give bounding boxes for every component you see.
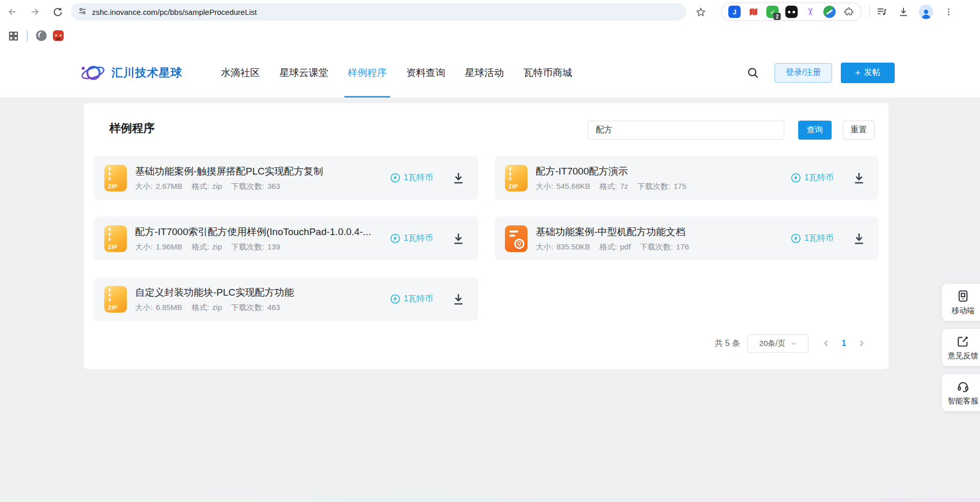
chevron-down-icon (790, 340, 797, 346)
sample-card[interactable]: ZIP Q 基础功能案例-触摸屏搭配PLC实现配方复制 大小:2.67MB格式:… (94, 156, 478, 200)
reset-button[interactable]: 重置 (843, 121, 875, 140)
sample-card[interactable]: ZIP Q 基础功能案例-中型机配方功能文档 大小:835.50KB格式:pdf… (495, 217, 879, 260)
profile-avatar[interactable] (919, 5, 933, 19)
extension-dark-icon[interactable] (785, 6, 798, 18)
nav-item-sample-programs[interactable]: 样例程序 (338, 48, 397, 98)
toolbar-divider (869, 6, 870, 18)
site-header: 汇川技术星球 水滴社区 星球云课堂 样例程序 资料查询 星球活动 瓦特币商城 登… (0, 48, 980, 98)
cards-grid: ZIP Q 基础功能案例-触摸屏搭配PLC实现配方复制 大小:2.67MB格式:… (94, 156, 879, 321)
url-bar[interactable]: zshc.inovance.com/pc/bbs/sampleProcedure… (71, 3, 686, 21)
sample-card[interactable]: ZIP Q 配方-IT7000配方演示 大小:545.68KB格式:7z下载次数… (495, 156, 879, 200)
next-page-icon[interactable] (853, 334, 870, 353)
download-icon (852, 171, 866, 185)
keyword-input[interactable] (588, 121, 784, 140)
nav-item-community[interactable]: 水滴社区 (211, 48, 270, 98)
pdf-file-icon: Q (505, 225, 527, 252)
mobile-version-button[interactable]: 移动端 (942, 284, 980, 321)
extension-badge: 2 (774, 13, 781, 20)
card-meta: 大小:2.67MB格式:zip下载次数:363 (135, 182, 383, 191)
watt-coin-price: 1瓦特币 (390, 233, 433, 244)
site-logo-text: 汇川技术星球 (111, 65, 182, 81)
bookmarks-bar (0, 24, 980, 48)
card-title: 配方-IT7000索引配方使用样例(InoTouchPad-1.0.0.4-..… (135, 225, 383, 239)
watt-coin-icon (790, 172, 801, 183)
downloads-icon[interactable] (897, 6, 910, 18)
nav-item-cloud-classroom[interactable]: 星球云课堂 (270, 48, 338, 98)
edit-icon (956, 335, 970, 348)
customer-service-button[interactable]: 智能客服 (942, 374, 980, 411)
card-meta: 大小:835.50KB格式:pdf下载次数:176 (536, 242, 783, 252)
nav-item-data-query[interactable]: 资料查询 (397, 48, 455, 98)
mobile-qr-icon (956, 289, 970, 303)
url-text[interactable]: zshc.inovance.com/pc/bbs/sampleProcedure… (92, 8, 257, 16)
extensions-puzzle-icon[interactable] (842, 6, 855, 18)
magnifier-icon: Q (514, 239, 524, 249)
bookmark-star-icon[interactable] (693, 5, 708, 19)
main-nav: 水滴社区 星球云课堂 样例程序 资料查询 星球活动 瓦特币商城 (211, 48, 582, 98)
page-size-select[interactable]: 20条/页 (747, 334, 808, 353)
download-button[interactable] (450, 231, 466, 246)
planet-logo-icon (80, 61, 106, 85)
sample-card[interactable]: ZIP Q 配方-IT7000索引配方使用样例(InoTouchPad-1.0.… (94, 217, 478, 260)
download-button[interactable] (450, 170, 466, 186)
download-icon (451, 231, 465, 245)
extensions-pill: J ✓ 2 ✂ (721, 3, 862, 21)
pagination-total: 共 5 条 (714, 338, 740, 349)
pagination: 共 5 条 20条/页 1 (714, 334, 870, 353)
zip-file-icon: ZIP (505, 165, 527, 191)
browser-toolbar: zshc.inovance.com/pc/bbs/sampleProcedure… (0, 0, 980, 24)
watt-coin-icon (390, 233, 401, 244)
nav-item-watt-mall[interactable]: 瓦特币商城 (514, 48, 582, 98)
login-register-button[interactable]: 登录/注册 (775, 63, 832, 83)
zip-file-icon: ZIP (104, 286, 127, 313)
download-button[interactable] (851, 231, 866, 246)
card-meta: 大小:1.96MB格式:zip下载次数:139 (135, 242, 383, 252)
watt-coin-icon (790, 233, 801, 244)
sample-card[interactable]: ZIP Q 自定义封装功能块-PLC实现配方功能 大小:6.85MB格式:zip… (94, 277, 478, 321)
download-icon (451, 292, 465, 306)
back-icon[interactable] (6, 6, 18, 18)
page-background: 样例程序 查询 重置 ZIP Q 基础功能案例-触摸屏搭配PLC实现配方复制 大… (0, 98, 980, 502)
card-title: 基础功能案例-触摸屏搭配PLC实现配方复制 (135, 165, 383, 178)
filter-bar: 查询 重置 (588, 121, 875, 140)
search-icon[interactable] (746, 66, 760, 80)
refresh-icon[interactable] (51, 6, 64, 18)
menu-kebab-icon[interactable] (943, 6, 955, 18)
zip-file-icon: ZIP (104, 225, 127, 252)
site-info-icon[interactable] (78, 7, 87, 17)
headset-icon (956, 380, 970, 393)
download-button[interactable] (851, 170, 866, 186)
prev-page-icon[interactable] (818, 334, 835, 353)
apps-grid-icon[interactable] (7, 30, 20, 42)
extension-scissors-icon[interactable]: ✂ (804, 6, 817, 18)
extension-shield-icon[interactable]: ✓ 2 (766, 6, 779, 18)
bookmarks-divider (27, 30, 28, 42)
watt-coin-price: 1瓦特币 (790, 233, 834, 244)
extension-j-icon[interactable]: J (728, 6, 741, 18)
card-title: 自定义封装功能块-PLC实现配方功能 (135, 286, 383, 299)
extension-downloader-icon[interactable] (823, 6, 836, 18)
download-icon (852, 231, 866, 245)
zip-file-icon: ZIP (104, 165, 127, 191)
query-button[interactable]: 查询 (798, 121, 832, 140)
current-page[interactable]: 1 (835, 339, 853, 348)
media-control-icon[interactable] (876, 6, 888, 18)
nav-item-activities[interactable]: 星球活动 (455, 48, 514, 98)
new-post-button[interactable]: + 发帖 (841, 63, 895, 83)
download-icon (451, 171, 465, 185)
download-button[interactable] (450, 292, 466, 307)
feedback-button[interactable]: 意见反馈 (942, 329, 980, 366)
bookmark-favicon-devil[interactable] (53, 30, 64, 41)
forward-icon[interactable] (29, 6, 41, 18)
bookmark-favicon-globe[interactable] (36, 30, 47, 41)
footer-peek-strip (0, 498, 980, 502)
plus-icon: + (855, 68, 861, 78)
card-meta: 大小:545.68KB格式:7z下载次数:175 (536, 182, 783, 191)
card-meta: 大小:6.85MB格式:zip下载次数:463 (135, 303, 383, 313)
watt-coin-price: 1瓦特币 (790, 172, 834, 183)
site-logo[interactable]: 汇川技术星球 (80, 61, 182, 85)
sample-program-panel: 样例程序 查询 重置 ZIP Q 基础功能案例-触摸屏搭配PLC实现配方复制 大… (84, 103, 889, 369)
watt-coin-icon (390, 172, 401, 183)
extension-map-icon[interactable] (747, 6, 760, 18)
card-title: 基础功能案例-中型机配方功能文档 (536, 225, 783, 239)
